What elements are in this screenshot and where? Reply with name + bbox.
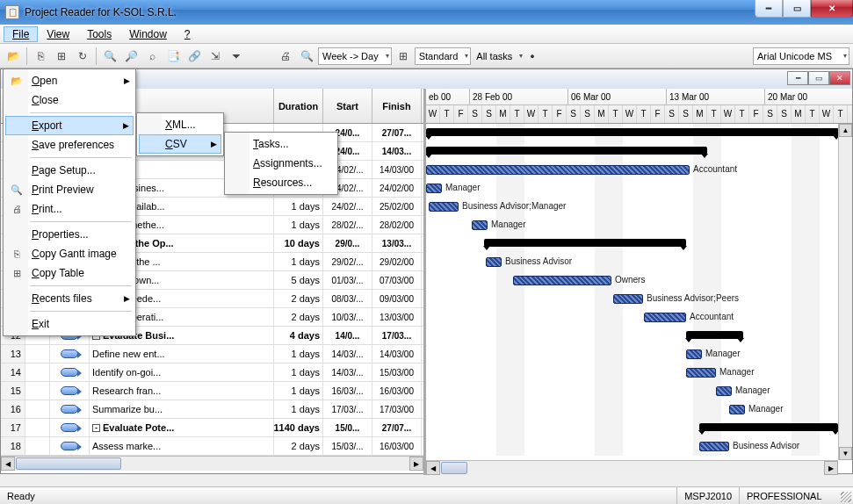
menu-item[interactable]: CSV▶ [139, 134, 221, 154]
menu-item[interactable]: 📂Open▶ [5, 71, 134, 90]
scroll-up-icon[interactable]: ▲ [839, 124, 852, 137]
child-close-button[interactable]: ✕ [829, 71, 850, 85]
zoomin-icon[interactable]: 🔍 [100, 47, 119, 66]
summary-bar[interactable] [426, 128, 839, 136]
menu-item[interactable]: Page Setup... [5, 161, 134, 180]
minimize-button[interactable]: ━ [755, 0, 783, 18]
table-row[interactable]: 13Define new ent...1 days14/03/...14/03/… [1, 345, 423, 364]
menu-item[interactable]: Assignments... [227, 154, 336, 173]
status-license: PROFESSIONAL [739, 487, 853, 504]
scroll-down-icon[interactable]: ▼ [839, 447, 852, 460]
summary-bar[interactable] [484, 239, 686, 247]
menu-view[interactable]: View [38, 26, 78, 42]
open-icon[interactable]: 📂 [4, 47, 23, 66]
font-combo[interactable]: Arial Unicode MS [753, 47, 849, 65]
task-bar[interactable] [686, 349, 702, 359]
layout-icon[interactable]: ⊞ [394, 47, 413, 66]
menu-item[interactable]: Exit [5, 314, 134, 334]
table-row[interactable]: 16Summarize bu...1 days17/03/...17/03/00 [1, 400, 423, 419]
bar-label: Manager [719, 367, 754, 377]
summary-bar[interactable] [699, 423, 838, 431]
task-bar[interactable] [513, 276, 611, 285]
summary-bar[interactable] [686, 331, 743, 339]
col-start[interactable]: Start [323, 89, 372, 123]
menu-item[interactable]: Save preferences [5, 135, 134, 155]
summary-bar[interactable] [426, 147, 707, 155]
table-row[interactable]: 18Assess marke...2 days15/03/...16/03/00 [1, 437, 423, 456]
preview-icon[interactable]: 🔍 [297, 47, 316, 66]
copy-icon[interactable]: ⎘ [31, 47, 50, 66]
menu-label: Export [32, 119, 62, 132]
timeline-vscroll[interactable]: ▲ ▼ [838, 124, 852, 460]
week-header: eb 00 [426, 89, 470, 105]
menu-item[interactable]: Tasks... [227, 134, 336, 154]
menu-item[interactable]: 🖨Print... [5, 199, 134, 219]
table-row[interactable]: 14Identify on-goi...1 days14/03/...15/03… [1, 364, 423, 382]
task-bar[interactable] [729, 405, 745, 414]
menu-label: Print Preview [32, 184, 94, 196]
scroll-thumb[interactable] [441, 462, 467, 474]
child-minimize-button[interactable]: ━ [787, 71, 808, 85]
scroll-left-icon[interactable]: ◀ [1, 457, 15, 471]
task-bar[interactable] [613, 294, 643, 304]
bar-label: Accountant [693, 164, 737, 174]
menu-label: Properties... [32, 228, 89, 241]
task-bar[interactable] [472, 220, 488, 230]
table-icon[interactable]: ⊞ [52, 47, 71, 66]
bar-label: Business Advisor [733, 441, 799, 450]
menu-item[interactable]: ⊞Copy Table [5, 263, 134, 283]
menu-label: Page Setup... [32, 164, 96, 176]
task-bar[interactable] [426, 184, 442, 193]
menu-tools[interactable]: Tools [78, 26, 120, 42]
menu-window[interactable]: Window [120, 26, 176, 42]
layout-combo[interactable]: Standard [415, 47, 472, 65]
menu-item[interactable]: ⎘Copy Gantt image [5, 244, 134, 263]
child-maximize-button[interactable]: ▭ [808, 71, 829, 85]
task-bar[interactable] [699, 442, 729, 451]
file-menu: 📂Open▶CloseExport▶Save preferencesPage S… [3, 68, 136, 336]
menu-item[interactable]: Properties... [5, 225, 134, 244]
menu-label: Copy Table [32, 267, 84, 279]
zoom-combo[interactable]: Week -> Day [318, 47, 392, 65]
task-bar[interactable] [426, 165, 690, 175]
table-row[interactable]: 17-Evaluate Pote...1140 days15/0...27/07… [1, 419, 423, 437]
resize-grip-icon[interactable] [841, 492, 851, 502]
refresh-icon[interactable]: ↻ [73, 47, 92, 66]
timeline-hscroll[interactable]: ◀ ▶ [426, 460, 838, 475]
task-bar[interactable] [429, 202, 459, 212]
scroll-thumb[interactable] [16, 457, 121, 470]
scroll-right-icon[interactable]: ▶ [824, 461, 838, 475]
filter-icon[interactable]: ⏷ [227, 47, 246, 66]
col-duration[interactable]: Duration [274, 89, 323, 123]
zoomout-icon[interactable]: 🔎 [121, 47, 141, 66]
task-bar[interactable] [486, 257, 502, 267]
menu-item[interactable]: Export▶ [5, 116, 134, 135]
print-icon[interactable]: 🖨 [276, 47, 295, 66]
scroll-left-icon[interactable]: ◀ [426, 461, 440, 475]
table-row[interactable]: 15Research fran...1 days16/03/...16/03/0… [1, 382, 423, 400]
week-header: 20 Mar 00 [765, 89, 852, 105]
task-bar[interactable] [716, 386, 732, 396]
task-bar[interactable] [686, 368, 716, 378]
indicator-icon [61, 368, 78, 377]
menu-help[interactable]: ? [176, 26, 199, 42]
menu-item[interactable]: 🔍Print Preview [5, 180, 134, 199]
link-icon[interactable]: 🔗 [184, 47, 204, 66]
grid-hscroll[interactable]: ◀ ▶ [1, 456, 423, 471]
week-header: 13 Mar 00 [667, 89, 765, 105]
menu-item[interactable]: Close [5, 90, 134, 110]
week-header: 28 Feb 00 [470, 89, 568, 105]
find-icon[interactable]: ⌕ [142, 47, 162, 66]
filter-combo[interactable]: All tasks [473, 47, 524, 65]
maximize-button[interactable]: ▭ [783, 0, 811, 18]
menu-item[interactable]: Resources... [227, 173, 336, 192]
menu-file[interactable]: File [4, 26, 38, 42]
unlink-icon[interactable]: ⇲ [206, 47, 225, 66]
close-button[interactable]: ✕ [811, 0, 853, 18]
col-finish[interactable]: Finish [372, 89, 422, 123]
goto-icon[interactable]: 📑 [163, 47, 183, 66]
task-bar[interactable] [644, 313, 686, 322]
scroll-right-icon[interactable]: ▶ [409, 457, 423, 471]
menu-item[interactable]: Recents files▶ [5, 289, 134, 308]
menu-item[interactable]: XML... [139, 115, 221, 134]
